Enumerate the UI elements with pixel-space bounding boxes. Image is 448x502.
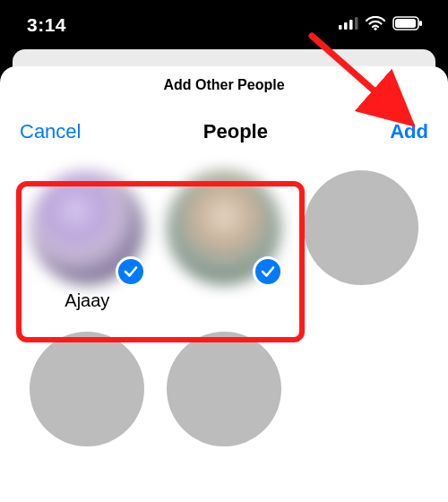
svg-point-4 <box>374 27 376 30</box>
status-indicators <box>339 16 423 34</box>
battery-icon <box>392 16 423 34</box>
status-time: 3:14 <box>27 14 66 36</box>
person-avatar <box>304 170 418 285</box>
person-cell[interactable] <box>300 170 421 312</box>
cellular-icon <box>339 17 358 33</box>
person-avatar <box>167 332 281 446</box>
person-cell[interactable]: Ajaay <box>27 170 148 312</box>
person-cell[interactable] <box>164 332 285 473</box>
svg-rect-2 <box>349 20 353 30</box>
people-grid: Ajaay <box>0 170 448 473</box>
svg-rect-6 <box>395 19 416 28</box>
svg-rect-1 <box>344 22 348 30</box>
person-name-label: Ajaay <box>65 290 109 312</box>
wifi-icon <box>366 16 385 34</box>
person-cell[interactable] <box>27 332 148 473</box>
sheet-subtitle: Add Other People <box>0 77 448 93</box>
cancel-button[interactable]: Cancel <box>20 120 81 143</box>
nav-bar: Cancel People Add <box>0 120 448 143</box>
svg-rect-7 <box>419 21 422 26</box>
nav-title: People <box>203 120 268 143</box>
person-cell[interactable] <box>164 170 285 312</box>
selected-check-icon <box>253 256 283 287</box>
status-bar: 3:14 <box>0 0 448 49</box>
svg-rect-0 <box>339 25 342 30</box>
person-avatar <box>30 332 144 446</box>
svg-rect-3 <box>355 17 358 30</box>
people-picker-sheet: Add Other People Cancel People Add Ajaay <box>0 66 448 502</box>
add-button[interactable]: Add <box>390 120 428 143</box>
selected-check-icon <box>116 256 146 287</box>
